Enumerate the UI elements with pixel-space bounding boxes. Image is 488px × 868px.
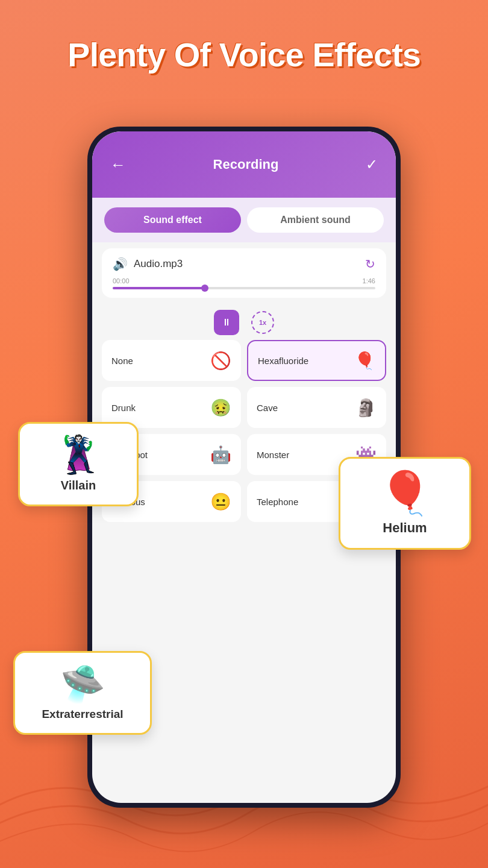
effect-hexafluoride[interactable]: Hexafluoride 🎈 <box>247 340 386 381</box>
audio-player: 🔊 Audio.mp3 ↻ 00:00 1:46 <box>102 248 386 298</box>
refresh-icon[interactable]: ↻ <box>365 257 375 271</box>
helium-balloon-icon: 🎈 <box>352 468 457 518</box>
progress-thumb[interactable] <box>201 285 208 292</box>
villain-emoji: 🦹 <box>32 433 125 476</box>
controls-row: ⏸ 1x <box>92 304 396 338</box>
audio-icon: 🔊 <box>113 257 128 271</box>
tab-sound-effect[interactable]: Sound effect <box>104 207 241 233</box>
page-title: Plenty Of Voice Effects <box>24 36 464 74</box>
audio-filename: Audio.mp3 <box>134 258 359 270</box>
extraterrestrial-emoji: 🛸 <box>27 662 138 705</box>
villain-card: 🦹 Villain <box>18 422 139 506</box>
helium-card: 🎈 Helium <box>339 457 471 550</box>
villain-label: Villain <box>32 479 125 492</box>
progress-section: 00:00 1:46 <box>113 277 375 289</box>
tab-ambient-sound[interactable]: Ambient sound <box>247 207 384 233</box>
effect-none[interactable]: None 🚫 <box>102 340 241 381</box>
helium-label: Helium <box>352 520 457 536</box>
time-start: 00:00 <box>113 277 130 285</box>
progress-bar[interactable] <box>113 287 375 289</box>
speed-button[interactable]: 1x <box>251 311 274 334</box>
time-end: 1:46 <box>363 277 375 285</box>
back-button[interactable]: ← <box>110 156 126 174</box>
extraterrestrial-label: Extraterrestrial <box>27 708 138 721</box>
extraterrestrial-card: 🛸 Extraterrestrial <box>13 651 152 735</box>
recording-header: ← Recording ✓ <box>92 131 396 198</box>
effect-cave[interactable]: Cave 🗿 <box>247 387 386 428</box>
tab-section: Sound effect Ambient sound <box>92 198 396 242</box>
screen-title: Recording <box>213 157 279 172</box>
confirm-button[interactable]: ✓ <box>366 156 378 173</box>
progress-fill <box>113 287 205 289</box>
play-pause-button[interactable]: ⏸ <box>214 310 239 335</box>
